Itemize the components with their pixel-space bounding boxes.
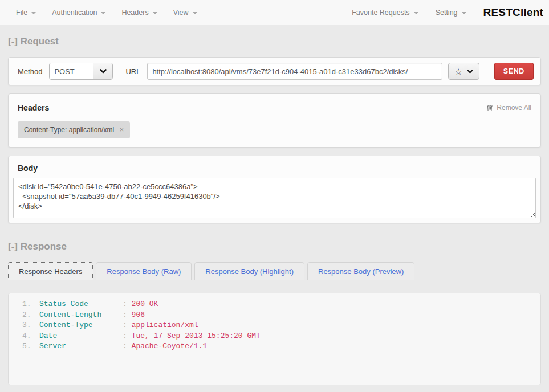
chevron-down-icon: [153, 12, 157, 14]
body-title: Body: [13, 164, 536, 173]
line-number: 3.: [22, 320, 39, 331]
separator: :: [123, 299, 132, 310]
favorite-dropdown-button[interactable]: ☆: [448, 63, 479, 80]
header-value: application/xml: [132, 320, 198, 331]
response-header-line: 1. Status Code : 200 OK: [22, 299, 540, 310]
navbar: File Authentication Headers View Favorit…: [0, 0, 549, 25]
response-header-line: 2. Content-Length : 906: [22, 310, 540, 321]
menu-setting-label: Setting: [436, 9, 458, 17]
menu-headers[interactable]: Headers: [121, 9, 157, 17]
tab-response-headers[interactable]: Response Headers: [8, 262, 93, 280]
trash-icon: [486, 104, 493, 112]
request-panel: Method POST URL ☆ SEND: [8, 57, 541, 85]
menu-favorite-requests-label: Favorite Requests: [352, 9, 409, 17]
header-value: 906: [132, 310, 145, 321]
chevron-down-icon: [414, 12, 418, 14]
navbar-right: Favorite Requests Setting RESTClient: [352, 6, 543, 19]
request-body-textarea[interactable]: <disk id="542a0be0-541e-4750-ab22-ce5ccc…: [13, 178, 536, 218]
chevron-down-icon: [93, 63, 112, 79]
header-name: Content-Type: [39, 320, 123, 331]
menu-headers-label: Headers: [121, 9, 148, 17]
menu-file[interactable]: File: [16, 9, 36, 17]
response-tabs: Response Headers Response Body (Raw) Res…: [8, 262, 541, 280]
headers-panel-head: Headers Remove All: [18, 103, 531, 112]
response-header-line: 3. Content-Type : application/xml: [22, 320, 540, 331]
header-value: Apache-Coyote/1.1: [132, 341, 208, 352]
remove-all-label: Remove All: [497, 104, 531, 112]
url-label: URL: [125, 67, 140, 76]
url-input[interactable]: [147, 63, 442, 80]
method-select[interactable]: POST: [49, 63, 113, 80]
menu-setting[interactable]: Setting: [436, 9, 466, 17]
header-name: Server: [39, 341, 123, 352]
line-number: 1.: [22, 299, 39, 310]
response-heading[interactable]: [-] Response: [8, 241, 541, 252]
chevron-down-icon: [462, 12, 466, 14]
separator: :: [123, 341, 132, 352]
tab-response-body-raw[interactable]: Response Body (Raw): [96, 262, 192, 280]
header-value: Tue, 17 Sep 2013 15:25:20 GMT: [132, 331, 261, 342]
separator: :: [123, 320, 132, 331]
menu-view[interactable]: View: [173, 9, 197, 17]
page-content: [-] Request Method POST URL ☆ SEND Heade…: [0, 36, 549, 385]
line-number: 2.: [22, 310, 39, 321]
response-header-line: 4. Date : Tue, 17 Sep 2013 15:25:20 GMT: [22, 331, 540, 342]
headers-title: Headers: [18, 103, 49, 112]
chevron-down-icon: [101, 12, 105, 14]
send-button[interactable]: SEND: [494, 63, 534, 80]
response-headers-pane: 1. Status Code : 200 OK 2. Content-Lengt…: [8, 293, 541, 385]
close-icon[interactable]: ×: [120, 126, 124, 133]
method-selected-value: POST: [50, 63, 93, 79]
method-label: Method: [18, 67, 42, 76]
navbar-left: File Authentication Headers View: [16, 9, 213, 17]
header-name: Content-Length: [39, 310, 123, 321]
header-tag-label: Content-Type: application/xml: [24, 126, 114, 134]
remove-all-button[interactable]: Remove All: [486, 104, 531, 112]
header-tag[interactable]: Content-Type: application/xml ×: [18, 121, 130, 138]
headers-panel: Headers Remove All Content-Type: applica…: [8, 93, 541, 148]
menu-view-label: View: [173, 9, 189, 17]
chevron-down-icon: [31, 12, 36, 14]
separator: :: [123, 331, 132, 342]
header-tags-row: Content-Type: application/xml ×: [18, 121, 531, 138]
tab-response-body-highlight[interactable]: Response Body (Highlight): [194, 262, 304, 280]
header-name: Date: [39, 331, 123, 342]
chevron-down-icon: [467, 70, 473, 74]
header-value: 200 OK: [132, 299, 158, 310]
app-brand: RESTClient: [483, 6, 543, 19]
body-panel: Body <disk id="542a0be0-541e-4750-ab22-c…: [8, 156, 541, 223]
response-header-line: 5. Server : Apache-Coyote/1.1: [22, 341, 540, 352]
menu-authentication[interactable]: Authentication: [52, 9, 105, 17]
line-number: 5.: [22, 341, 39, 352]
request-heading[interactable]: [-] Request: [8, 36, 541, 47]
menu-file-label: File: [16, 9, 27, 17]
tab-response-body-preview[interactable]: Response Body (Preview): [307, 262, 414, 280]
chevron-down-icon: [193, 12, 197, 14]
star-icon: ☆: [454, 67, 462, 76]
line-number: 4.: [22, 331, 39, 342]
header-name: Status Code: [39, 299, 123, 310]
menu-favorite-requests[interactable]: Favorite Requests: [352, 9, 418, 17]
menu-authentication-label: Authentication: [52, 9, 97, 17]
separator: :: [123, 310, 132, 321]
